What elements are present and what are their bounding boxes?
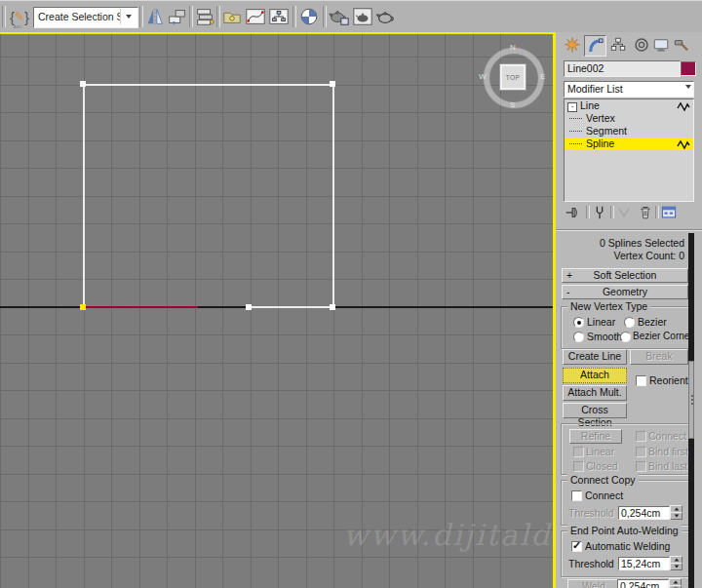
viewcube[interactable]: N S W E TOP — [482, 46, 546, 110]
tab-hierarchy[interactable] — [607, 35, 628, 55]
connect-copy-threshold-spinner[interactable] — [670, 505, 681, 519]
stack-item-vertex[interactable]: Vertex — [565, 112, 693, 125]
render-setup-icon[interactable] — [328, 5, 351, 28]
connect-copy-label[interactable]: Connect — [585, 490, 623, 501]
named-selection-sets-icon[interactable]: {✎} ABC — [8, 5, 31, 28]
automatic-welding-label[interactable]: Automatic Welding — [585, 540, 670, 552]
connect-refine-checkbox[interactable] — [636, 431, 646, 442]
automatic-welding-checkbox[interactable]: ✓ — [571, 541, 582, 552]
tab-modify[interactable] — [584, 35, 606, 57]
bind-first-label[interactable]: Bind first — [648, 446, 688, 457]
cross-section-button[interactable]: Cross Section — [563, 403, 627, 418]
group-connect-copy: Connect Copy Connect Threshold 0,254cm — [561, 480, 689, 526]
collapse-icon[interactable]: - — [567, 102, 577, 112]
mirror-icon[interactable] — [143, 5, 167, 28]
radio-bezier-corner-label[interactable]: Bezier Corner — [633, 331, 693, 341]
weld-threshold-field[interactable]: 0,254cm — [617, 579, 669, 588]
radio-smooth-label[interactable]: Smooth — [587, 331, 622, 342]
connect-copy-checkbox[interactable] — [571, 490, 582, 501]
object-color-swatch[interactable] — [681, 61, 696, 76]
curve-editor-icon[interactable] — [244, 5, 267, 28]
radio-bezier-label[interactable]: Bezier — [638, 316, 667, 328]
spline-first-vertex[interactable] — [80, 304, 86, 310]
reorient-label[interactable]: Reorient — [649, 374, 688, 386]
viewcube-top-face[interactable]: TOP — [499, 63, 526, 91]
object-name-field[interactable]: Line002 — [564, 60, 681, 77]
scrollbar-thumb[interactable] — [688, 361, 694, 439]
selection-set-dropdown[interactable]: Create Selection Se — [33, 7, 138, 28]
spline-edge-right[interactable] — [332, 84, 334, 308]
closed-label[interactable]: Closed — [586, 460, 618, 472]
render-production-icon[interactable] — [374, 5, 398, 28]
attach-button[interactable]: Attach — [563, 368, 627, 383]
attach-mult-button[interactable]: Attach Mult. — [563, 385, 627, 401]
spline-edge-left[interactable] — [83, 84, 85, 308]
viewcube-west-label[interactable]: W — [479, 72, 487, 81]
reorient-checkbox[interactable] — [636, 375, 646, 386]
graphite-tools-icon[interactable] — [220, 5, 244, 28]
tab-motion[interactable] — [631, 35, 651, 55]
modifier-stack[interactable]: - Line Vertex Segment Spline — [564, 98, 694, 202]
rollout-soft-selection[interactable]: + Soft Selection — [562, 268, 688, 283]
schematic-view-icon[interactable] — [267, 5, 291, 28]
align-icon[interactable] — [166, 5, 189, 28]
break-button[interactable]: Break — [630, 349, 688, 365]
spline-vertex[interactable] — [330, 304, 335, 310]
stack-item-segment[interactable]: Segment — [565, 125, 693, 137]
stack-item-spline[interactable]: Spline — [565, 137, 693, 150]
spline-first-segment[interactable] — [84, 306, 198, 308]
chevron-down-icon[interactable] — [120, 9, 136, 24]
remove-modifier-icon[interactable] — [637, 205, 654, 220]
radio-linear-label[interactable]: Linear — [587, 316, 615, 328]
radio-bezier[interactable] — [624, 317, 635, 328]
collapse-icon[interactable]: - — [566, 286, 570, 297]
spin-down-icon[interactable] — [670, 563, 682, 570]
bind-first-checkbox[interactable] — [636, 447, 646, 457]
spline-edge-bottom[interactable] — [249, 306, 334, 308]
viewcube-east-label[interactable]: E — [540, 72, 545, 81]
rendered-frame-window-icon[interactable] — [351, 5, 374, 28]
connect-refine-label[interactable]: Connect — [648, 430, 686, 442]
spline-vertex[interactable] — [330, 81, 335, 87]
auto-weld-threshold-field[interactable]: 15,24cm — [618, 557, 670, 570]
connect-copy-threshold-field[interactable]: 0,254cm — [618, 506, 670, 520]
configure-modifier-sets-icon[interactable] — [660, 205, 678, 220]
tab-create[interactable] — [562, 35, 582, 55]
tab-display[interactable] — [650, 35, 671, 55]
tab-utilities[interactable] — [671, 35, 691, 55]
bind-last-checkbox[interactable] — [636, 461, 646, 472]
expand-icon[interactable]: + — [566, 269, 572, 281]
weld-threshold-spinner[interactable] — [669, 578, 680, 588]
wave-icon[interactable] — [677, 138, 690, 153]
radio-smooth[interactable] — [573, 332, 584, 342]
tree-line — [569, 118, 582, 119]
viewport-top[interactable]: N S W E TOP www.dijitalde — [0, 32, 556, 588]
pin-stack-icon[interactable] — [564, 205, 581, 220]
layer-manager-icon[interactable] — [193, 5, 216, 28]
chevron-down-icon[interactable] — [685, 85, 691, 89]
make-unique-icon[interactable] — [615, 205, 633, 220]
spline-edge-top[interactable] — [83, 84, 334, 86]
spin-down-icon[interactable] — [670, 512, 682, 520]
radio-linear[interactable] — [573, 317, 584, 328]
bind-last-label[interactable]: Bind last — [648, 460, 687, 472]
linear-checkbox[interactable] — [573, 447, 584, 457]
spline-vertex[interactable] — [80, 81, 86, 87]
show-end-result-icon[interactable] — [591, 205, 608, 220]
spline-vertex[interactable] — [246, 304, 252, 310]
closed-checkbox[interactable] — [573, 461, 584, 472]
modifier-list-dropdown[interactable]: Modifier List — [564, 81, 694, 98]
refine-button[interactable]: Refine — [569, 429, 622, 444]
radio-bezier-corner[interactable] — [620, 332, 631, 342]
linear-label[interactable]: Linear — [586, 446, 614, 457]
rollout-geometry[interactable]: - Geometry — [562, 285, 688, 299]
toolbar-separator — [610, 206, 614, 218]
create-line-button[interactable]: Create Line — [563, 349, 627, 365]
viewcube-south-label[interactable]: S — [510, 100, 515, 109]
viewcube-north-label[interactable]: N — [510, 43, 516, 52]
auto-weld-threshold-spinner[interactable] — [670, 556, 681, 569]
weld-button[interactable]: Weld — [567, 579, 620, 588]
stack-item-line[interactable]: - Line — [565, 99, 693, 112]
panel-scrollbar[interactable] — [688, 233, 694, 588]
material-editor-icon[interactable] — [297, 5, 321, 28]
